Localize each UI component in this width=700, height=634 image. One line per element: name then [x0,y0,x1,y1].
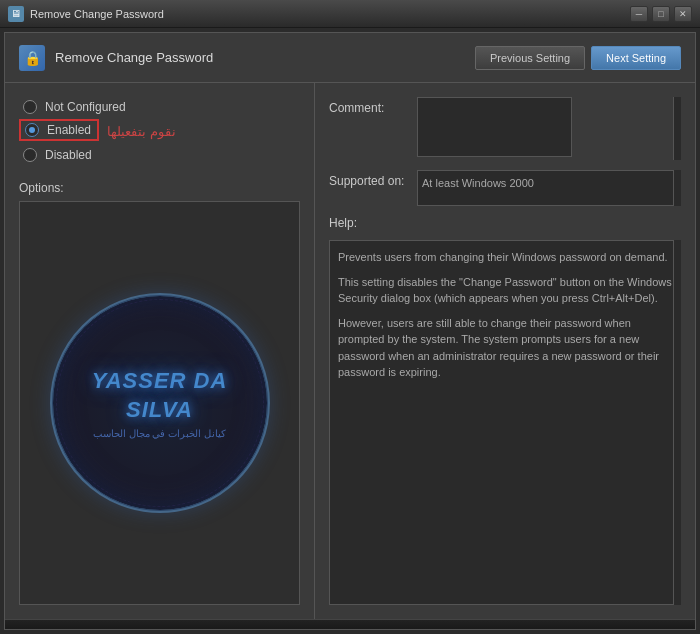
help-text-box: Prevents users from changing their Windo… [329,240,681,605]
header-left: 🔒 Remove Change Password [19,45,213,71]
radio-not-configured-circle [23,100,37,114]
help-para-2: This setting disables the "Change Passwo… [338,274,672,307]
help-para-1: Prevents users from changing their Windo… [338,249,672,266]
options-box: YASSER DA SILVA كيانل الخبرات في مجال ال… [19,201,300,605]
radio-enabled-row[interactable]: Enabled نقوم بتفعيلها [19,119,300,143]
radio-enabled-circle [25,123,39,137]
radio-disabled[interactable]: Disabled [19,145,300,165]
watermark-name-line2: SILVA [92,396,228,425]
help-section: Help: Prevents users from changing their… [329,216,681,605]
header-buttons: Previous Setting Next Setting [475,46,681,70]
main-container: 🔒 Remove Change Password Previous Settin… [4,32,696,630]
title-bar: 🖥 Remove Change Password ─ □ ✕ [0,0,700,28]
next-setting-button[interactable]: Next Setting [591,46,681,70]
supported-label: Supported on: [329,170,409,188]
header: 🔒 Remove Change Password Previous Settin… [5,33,695,83]
supported-scrollbar [673,170,681,206]
right-panel: Comment: Supported on: At least Windows … [315,83,695,619]
radio-group: Not Configured Enabled نقوم بتفعيلها Dis… [19,97,300,165]
title-bar-icon: 🖥 [8,6,24,22]
dialog-title: Remove Change Password [55,50,213,65]
comment-label: Comment: [329,97,409,115]
policy-icon: 🔒 [19,45,45,71]
arabic-annotation: نقوم بتفعيلها [107,124,176,139]
help-scrollbar [673,240,681,605]
watermark-inner: YASSER DA SILVA كيانل الخبرات في مجال ال… [92,367,228,439]
options-label: Options: [19,181,300,195]
enabled-highlight-box: Enabled [19,119,99,141]
watermark-container: YASSER DA SILVA كيانل الخبرات في مجال ال… [20,202,299,604]
watermark-circle: YASSER DA SILVA كيانل الخبرات في مجال ال… [50,293,270,513]
watermark-arabic: كيانل الخبرات في مجال الحاسب [92,428,228,439]
title-bar-text: Remove Change Password [30,8,630,20]
watermark-name-line1: YASSER DA [92,367,228,396]
comment-scrollbar [673,97,681,160]
previous-setting-button[interactable]: Previous Setting [475,46,585,70]
radio-disabled-circle [23,148,37,162]
title-bar-controls: ─ □ ✕ [630,6,692,22]
help-label: Help: [329,216,357,230]
supported-value: At least Windows 2000 [417,170,681,206]
minimize-button[interactable]: ─ [630,6,648,22]
help-para-3: However, users are still able to change … [338,315,672,381]
supported-row: Supported on: At least Windows 2000 [329,170,681,206]
maximize-button[interactable]: □ [652,6,670,22]
comment-row: Comment: [329,97,681,160]
close-button[interactable]: ✕ [674,6,692,22]
radio-not-configured-label: Not Configured [45,100,126,114]
content-area: Not Configured Enabled نقوم بتفعيلها Dis… [5,83,695,619]
radio-enabled-label: Enabled [47,123,91,137]
radio-disabled-label: Disabled [45,148,92,162]
help-header-row: Help: [329,216,681,236]
radio-not-configured[interactable]: Not Configured [19,97,300,117]
bottom-bar [5,619,695,629]
comment-textarea[interactable] [417,97,572,157]
left-panel: Not Configured Enabled نقوم بتفعيلها Dis… [5,83,315,619]
